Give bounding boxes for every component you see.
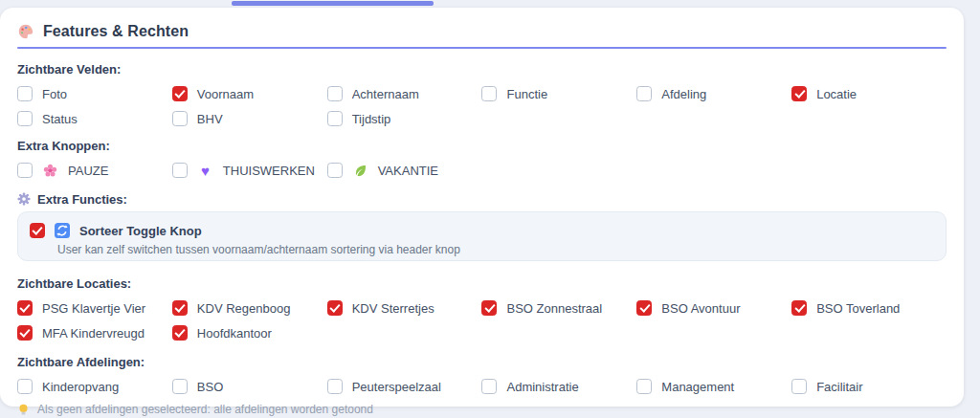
checkbox-label: Functie	[506, 87, 547, 101]
checkbox-item-kdv-regenboog[interactable]: KDV Regenboog	[172, 296, 327, 320]
checkbox[interactable]	[791, 300, 807, 316]
checkbox-label: Kinderopvang	[42, 380, 119, 394]
panel-header: Features & Rechten	[17, 16, 947, 47]
section-label-zichtbare-locaties: Zichtbare Locaties:	[17, 275, 947, 291]
checkbox-item-functie[interactable]: Functie	[481, 81, 636, 106]
checkbox-grid-extra-knoppen: PAUZE♥THUISWERKENVAKANTIE	[17, 158, 947, 183]
checkbox[interactable]	[17, 379, 33, 394]
hint-row: Als geen afdelingen geselecteerd: alle a…	[17, 402, 947, 417]
section-zichtbare-velden: Zichtbare Velden:FotoVoornaamAchternaamF…	[17, 61, 947, 131]
checkbox-item-peuterspeelzaal[interactable]: Peuterspeelzaal	[327, 374, 482, 399]
checkbox-label: BSO Zonnestraal	[506, 301, 602, 316]
checkbox-label: PAUZE	[68, 164, 108, 178]
checkbox-label: Achternaam	[352, 87, 419, 101]
checkbox-label: BHV	[197, 112, 223, 126]
checkbox[interactable]	[172, 300, 188, 316]
checkbox-item-status[interactable]: Status	[17, 106, 172, 131]
checkbox-label: THUISWERKEN	[223, 164, 315, 178]
active-tab-indicator	[232, 1, 434, 6]
checkbox[interactable]	[327, 163, 343, 178]
gear-icon	[17, 192, 31, 206]
checkbox[interactable]	[30, 223, 45, 238]
section-extra-functies: Extra Functies:Sorteer Toggle KnopUser k…	[17, 191, 947, 261]
checkbox[interactable]	[172, 379, 188, 394]
section-label-extra-knoppen: Extra Knoppen:	[17, 138, 947, 153]
panel-header-underline	[17, 47, 947, 49]
section-label-text: Extra Knoppen:	[17, 139, 110, 153]
checkbox[interactable]	[172, 86, 188, 101]
feature-title-row[interactable]: Sorteer Toggle Knop	[30, 221, 934, 240]
feature-description: User kan zelf switchen tussen voornaam/a…	[57, 243, 934, 256]
checkbox[interactable]	[327, 111, 343, 126]
section-label-zichtbare-afdelingen: Zichtbare Afdelingen:	[17, 354, 947, 369]
checkbox-item-afdeling[interactable]: Afdeling	[636, 81, 791, 106]
section-zichtbare-afdelingen: Zichtbare Afdelingen:KinderopvangBSOPeut…	[17, 354, 947, 417]
checkbox-grid-zichtbare-afdelingen: KinderopvangBSOPeuterspeelzaalAdministra…	[17, 374, 947, 399]
section-label-text: Zichtbare Velden:	[17, 62, 121, 77]
checkbox[interactable]	[17, 325, 33, 341]
checkbox-item-bso[interactable]: BSO	[172, 374, 327, 399]
features-rights-panel: Features & Rechten Zichtbare Velden:Foto…	[0, 8, 964, 407]
checkbox-item-voornaam[interactable]: Voornaam	[172, 81, 327, 106]
checkbox-item-bso-avontuur[interactable]: BSO Avontuur	[636, 296, 791, 320]
checkbox-item-kdv-sterretjes[interactable]: KDV Sterretjes	[327, 296, 482, 320]
checkbox-item-foto[interactable]: Foto	[17, 81, 172, 106]
checkbox-label: Tijdstip	[352, 112, 391, 126]
checkbox-item-bhv[interactable]: BHV	[172, 106, 327, 131]
checkbox[interactable]	[327, 379, 343, 394]
checkbox[interactable]	[791, 86, 807, 101]
feature-title: Sorteer Toggle Knop	[79, 224, 202, 238]
checkbox-item-psg-klavertje-vier[interactable]: PSG Klavertje Vier	[17, 296, 172, 320]
checkbox-label: Locatie	[816, 87, 857, 101]
leaf-icon	[352, 164, 368, 178]
section-label-text: Zichtbare Afdelingen:	[17, 355, 145, 369]
checkbox[interactable]	[17, 163, 33, 178]
section-label-zichtbare-velden: Zichtbare Velden:	[17, 61, 947, 77]
checkbox[interactable]	[636, 86, 652, 101]
checkbox-item-mfa-kindervreugd[interactable]: MFA Kindervreugd	[17, 320, 172, 345]
checkbox[interactable]	[327, 300, 343, 316]
palette-icon	[17, 23, 34, 40]
checkbox[interactable]	[17, 86, 33, 101]
checkbox-item-bso-zonnestraal[interactable]: BSO Zonnestraal	[481, 296, 636, 320]
checkbox-label: KDV Regenboog	[197, 301, 291, 316]
checkbox-item-pauze[interactable]: PAUZE	[17, 158, 172, 183]
checkbox-label: Management	[661, 380, 734, 394]
checkbox-item-hoofdkantoor[interactable]: Hoofdkantoor	[172, 320, 327, 345]
checkbox-grid-zichtbare-velden: FotoVoornaamAchternaamFunctieAfdelingLoc…	[17, 81, 947, 131]
checkbox-label: Hoofdkantoor	[197, 326, 272, 341]
checkbox[interactable]	[481, 86, 497, 101]
checkbox-item-bso-toverland[interactable]: BSO Toverland	[791, 296, 947, 320]
checkbox-label: PSG Klavertje Vier	[42, 301, 145, 316]
checkbox[interactable]	[636, 300, 652, 316]
checkbox[interactable]	[791, 379, 807, 394]
checkbox[interactable]	[172, 163, 188, 178]
checkbox-item-administratie[interactable]: Administratie	[481, 374, 636, 399]
checkbox-item-management[interactable]: Management	[636, 374, 791, 399]
checkbox-label: VAKANTIE	[378, 164, 438, 178]
checkbox[interactable]	[481, 300, 497, 316]
checkbox[interactable]	[636, 379, 652, 394]
checkbox[interactable]	[327, 86, 343, 101]
sections-container: Zichtbare Velden:FotoVoornaamAchternaamF…	[17, 61, 947, 417]
feature-card-sorteer-toggle-knop: Sorteer Toggle KnopUser kan zelf switche…	[17, 211, 947, 261]
checkbox[interactable]	[17, 300, 33, 316]
checkbox-item-locatie[interactable]: Locatie	[791, 81, 947, 106]
checkbox-item-tijdstip[interactable]: Tijdstip	[327, 106, 482, 131]
checkbox[interactable]	[172, 111, 188, 126]
checkbox-item-kinderopvang[interactable]: Kinderopvang	[17, 374, 172, 399]
checkbox[interactable]	[481, 379, 497, 394]
checkbox[interactable]	[17, 111, 33, 126]
checkbox-label: Administratie	[506, 380, 578, 394]
checkbox-label: MFA Kindervreugd	[42, 326, 145, 341]
checkbox-item-achternaam[interactable]: Achternaam	[327, 81, 482, 106]
checkbox-item-vakantie[interactable]: VAKANTIE	[327, 158, 482, 183]
checkbox-label: Status	[42, 112, 78, 126]
section-label-text: Extra Functies:	[37, 192, 127, 207]
sort-toggle-icon	[55, 223, 70, 238]
top-strip	[0, 0, 980, 8]
section-extra-knoppen: Extra Knoppen:PAUZE♥THUISWERKENVAKANTIE	[17, 138, 947, 183]
checkbox-item-thuiswerken[interactable]: ♥THUISWERKEN	[172, 158, 327, 183]
checkbox[interactable]	[172, 325, 188, 341]
checkbox-item-facilitair[interactable]: Facilitair	[791, 374, 947, 399]
